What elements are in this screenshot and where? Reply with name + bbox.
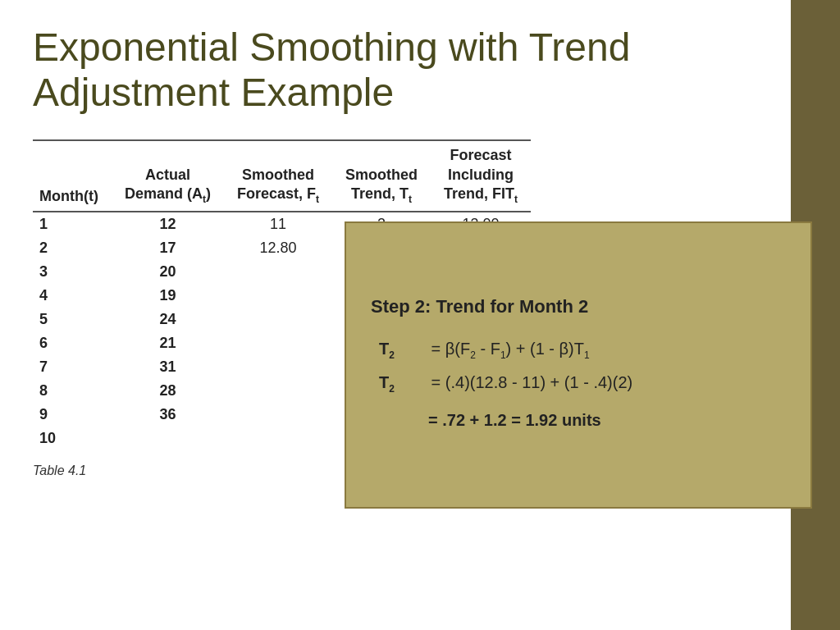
cell-demand: 19 (112, 284, 224, 308)
cell-sf: 12.80 (224, 236, 332, 260)
cell-month: 2 (33, 236, 112, 260)
cell-demand: 12 (112, 212, 224, 236)
cell-sf: 11 (224, 212, 332, 236)
cell-demand: 17 (112, 236, 224, 260)
step-title: Step 2: Trend for Month 2 (371, 296, 786, 317)
cell-sf (224, 355, 332, 379)
cell-month: 3 (33, 260, 112, 284)
table-header-row: Month(t) ActualDemand (At) SmoothedForec… (33, 140, 531, 212)
cell-month: 4 (33, 284, 112, 308)
cell-demand (112, 427, 224, 450)
main-content: Exponential Smoothing with Trend Adjustm… (0, 0, 840, 630)
header-demand: ActualDemand (At) (112, 140, 224, 212)
formula-label-2: T2 (379, 368, 420, 399)
cell-demand: 21 (112, 331, 224, 355)
cell-demand: 28 (112, 379, 224, 403)
table-section: Month(t) ActualDemand (At) SmoothedForec… (33, 139, 807, 450)
cell-demand: 20 (112, 260, 224, 284)
cell-month: 7 (33, 355, 112, 379)
cell-sf (224, 331, 332, 355)
cell-sf (224, 284, 332, 308)
formula-eq-1: = β(F2 - F1) + (1 - β)T1 (427, 334, 590, 365)
cell-demand: 24 (112, 308, 224, 331)
formula-line-2: T2 = (.4)(12.8 - 11) + (1 - .4)(2) (379, 368, 786, 399)
cell-month: 9 (33, 403, 112, 427)
step-box: Step 2: Trend for Month 2 T2 = β(F2 - F1… (345, 221, 812, 509)
header-month: Month(t) (33, 140, 112, 212)
cell-month: 8 (33, 379, 112, 403)
formula-label-1: T2 (379, 334, 420, 365)
formula-line-1: T2 = β(F2 - F1) + (1 - β)T1 (379, 334, 786, 365)
header-smoothed-trend: SmoothedTrend, Tt (332, 140, 431, 212)
cell-month: 6 (33, 331, 112, 355)
header-smoothed-forecast: SmoothedForecast, Ft (224, 140, 332, 212)
cell-demand: 31 (112, 355, 224, 379)
slide-container: Exponential Smoothing with Trend Adjustm… (0, 0, 840, 630)
formula-eq-2: = (.4)(12.8 - 11) + (1 - .4)(2) (427, 368, 632, 397)
cell-sf (224, 379, 332, 403)
cell-month: 10 (33, 427, 112, 450)
cell-sf (224, 260, 332, 284)
cell-sf (224, 403, 332, 427)
header-fit: ForecastIncludingTrend, FITt (431, 140, 531, 212)
slide-title: Exponential Smoothing with Trend Adjustm… (33, 25, 807, 115)
cell-demand: 36 (112, 403, 224, 427)
formula-result: = .72 + 1.2 = 1.92 units (428, 405, 786, 435)
cell-sf (224, 427, 332, 450)
cell-sf (224, 308, 332, 331)
step-formula: T2 = β(F2 - F1) + (1 - β)T1 T2 = (.4)(12… (379, 334, 786, 435)
cell-month: 5 (33, 308, 112, 331)
cell-month: 1 (33, 212, 112, 236)
